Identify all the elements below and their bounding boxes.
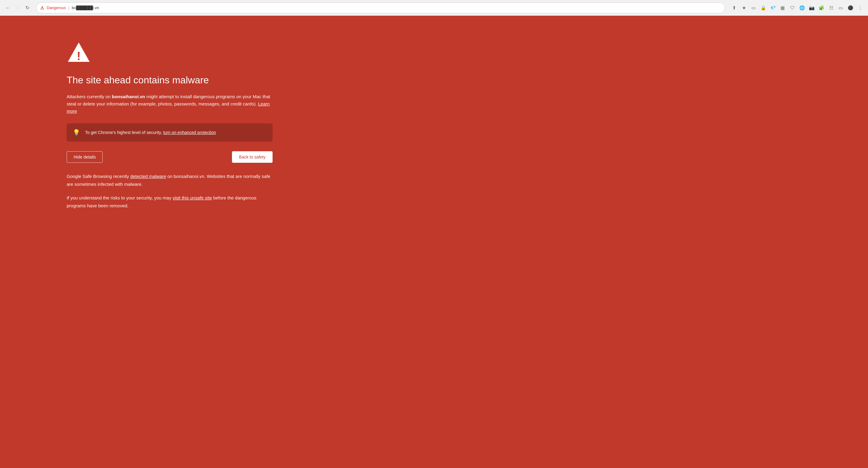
security-tip-text: To get Chrome's highest level of securit… (85, 129, 216, 136)
metamask-icon[interactable]: 💎 (769, 4, 777, 12)
nav-buttons: ← → ↻ (4, 4, 31, 12)
description-part1: Attackers currently on (67, 94, 112, 99)
privacy-icon[interactable]: 🌐 (798, 4, 806, 12)
qr-icon[interactable]: ▦ (778, 4, 787, 12)
details-paragraph-2: If you understand the risks to your secu… (67, 194, 273, 209)
detected-malware-link[interactable]: detected malware (130, 174, 166, 179)
warning-page: ! The site ahead contains malware Attack… (0, 16, 868, 468)
details-para1-part1: Google Safe Browsing recently (67, 174, 130, 179)
security-tip-box: 💡 To get Chrome's highest level of secur… (67, 123, 273, 142)
bookmark-icon[interactable]: ★ (740, 4, 748, 12)
tabs-icon[interactable]: ☷ (827, 4, 835, 12)
warning-description: Attackers currently on bonsaihanoi.vn mi… (67, 93, 273, 115)
warning-triangle-icon: ! (67, 40, 273, 65)
details-section: Google Safe Browsing recently detected m… (67, 173, 273, 209)
url-separator: | (68, 5, 69, 10)
enhanced-protection-link[interactable]: turn on enhanced protection (163, 130, 216, 135)
camera-icon[interactable]: 📷 (807, 4, 816, 12)
extensions-icon[interactable]: ▭ (749, 4, 758, 12)
url-text: bo██████i.vn (72, 5, 721, 10)
sidebar-icon[interactable]: ▭ (837, 4, 845, 12)
domain-name: bonsaihanoi.vn (112, 94, 145, 99)
dangerous-label: Dangerous (46, 5, 66, 10)
warning-container: ! The site ahead contains malware Attack… (67, 40, 273, 215)
shield-icon[interactable]: 🛡 (788, 4, 797, 12)
buttons-row: Hide details Back to safety (67, 151, 273, 163)
details-paragraph-1: Google Safe Browsing recently detected m… (67, 173, 273, 188)
back-button[interactable]: ← (4, 4, 12, 12)
back-to-safety-button[interactable]: Back to safety (232, 151, 273, 163)
danger-icon: ⚠ (40, 5, 44, 10)
browser-chrome: ← → ↻ ⚠ Dangerous | bo██████i.vn ⬆ ★ ▭ 🔒… (0, 0, 868, 16)
hide-details-button[interactable]: Hide details (67, 151, 103, 163)
menu-icon[interactable]: ⋮ (856, 4, 864, 12)
share-icon[interactable]: ⬆ (730, 4, 738, 12)
forward-button[interactable]: → (13, 4, 22, 12)
lock-icon[interactable]: 🔒 (759, 4, 768, 12)
visit-unsafe-site-link[interactable]: visit this unsafe site (173, 195, 212, 200)
toolbar-icons: ⬆ ★ ▭ 🔒 💎 ▦ 🛡 🌐 📷 🧩 ☷ ▭ ⚫ ⋮ (730, 4, 864, 12)
profile-icon[interactable]: ⚫ (846, 4, 855, 12)
lightbulb-icon: 💡 (73, 129, 80, 136)
address-bar[interactable]: ⚠ Dangerous | bo██████i.vn (36, 2, 725, 13)
warning-title: The site ahead contains malware (67, 75, 273, 86)
puzzle-icon[interactable]: 🧩 (817, 4, 826, 12)
svg-text:!: ! (77, 50, 81, 62)
details-para2-part1: If you understand the risks to your secu… (67, 195, 173, 200)
security-tip-part1: To get Chrome's highest level of securit… (85, 130, 163, 135)
reload-button[interactable]: ↻ (23, 4, 31, 12)
